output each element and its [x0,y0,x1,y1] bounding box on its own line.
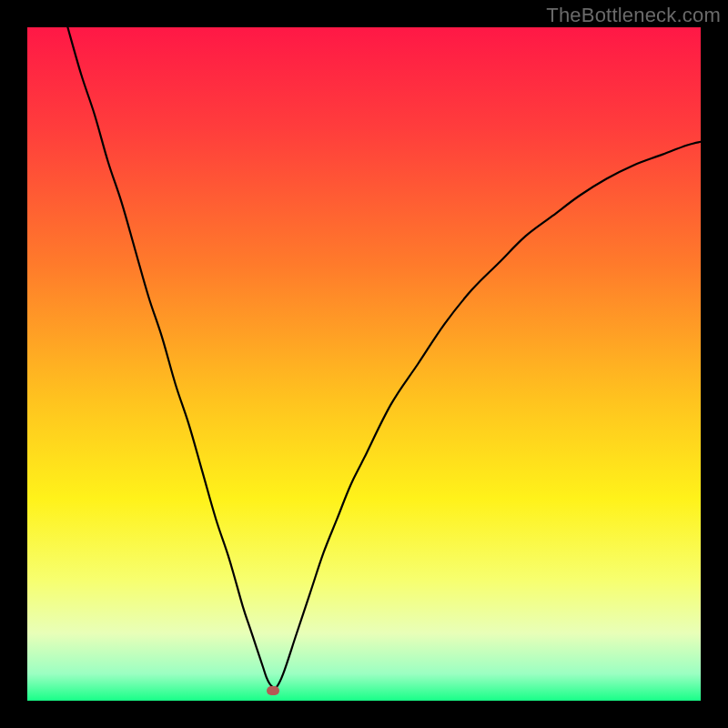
optimal-marker [267,686,279,695]
plot-area [27,27,701,701]
curve-svg [27,27,701,701]
bottleneck-curve [67,27,701,689]
chart-frame: TheBottleneck.com [0,0,728,728]
watermark-label: TheBottleneck.com [546,4,721,27]
